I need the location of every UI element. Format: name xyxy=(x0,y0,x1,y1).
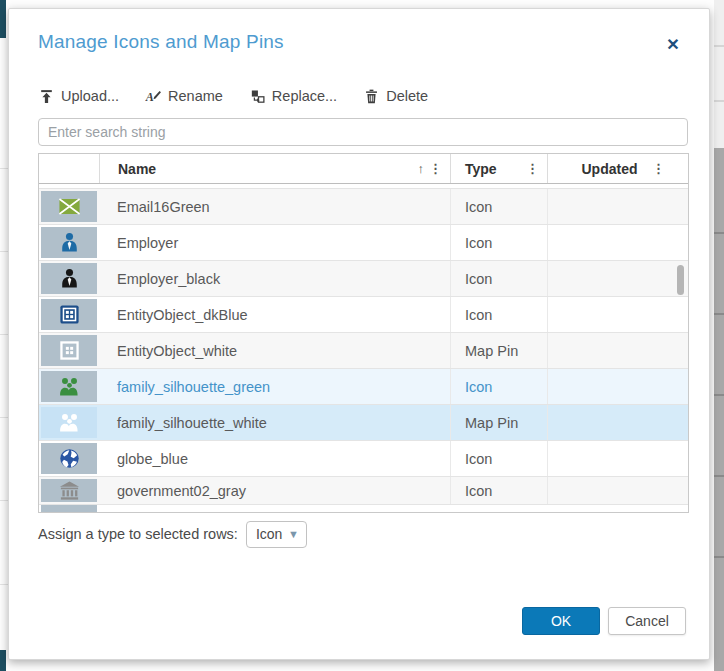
cancel-button[interactable]: Cancel xyxy=(608,607,686,635)
row-name: Email16Green xyxy=(99,189,450,224)
row-type: Icon xyxy=(450,261,547,296)
row-type: Icon xyxy=(450,225,547,260)
row-type: Icon xyxy=(450,441,547,476)
row-updated xyxy=(547,369,671,404)
row-updated xyxy=(547,477,671,504)
row-type: Icon xyxy=(450,369,547,404)
row-name: EntityObject_white xyxy=(99,333,450,368)
employer-black-icon xyxy=(41,263,97,294)
replace-icon xyxy=(249,88,266,105)
dialog-title: Manage Icons and Map Pins xyxy=(38,31,284,53)
row-type: Icon xyxy=(450,477,547,504)
upload-button[interactable]: Upload... xyxy=(38,85,119,107)
toolbar: Upload... A Rename Replace... Delete xyxy=(38,85,428,107)
type-column-header[interactable]: Type ⋮ xyxy=(450,154,547,183)
row-name: family_silhouette_green xyxy=(99,369,450,404)
close-icon[interactable]: ✕ xyxy=(663,35,683,55)
background-accent-top xyxy=(0,0,6,38)
table-row[interactable]: EntityObject_dkBlue Icon xyxy=(39,297,688,333)
table-row[interactable]: family_silhouette_white Map Pin xyxy=(39,405,688,441)
row-type: Map Pin xyxy=(450,333,547,368)
table-row[interactable]: globe_blue Icon xyxy=(39,441,688,477)
type-column-menu-icon[interactable]: ⋮ xyxy=(526,162,539,175)
rename-icon: A xyxy=(145,88,162,105)
svg-text:A: A xyxy=(145,90,154,104)
delete-button[interactable]: Delete xyxy=(363,85,428,107)
name-column-header[interactable]: Name ↑ ⋮ xyxy=(99,154,450,183)
table-body: Email16Green Icon Employer Icon Employer… xyxy=(39,184,688,513)
row-name: globe_blue xyxy=(99,441,450,476)
row-type: Map Pin xyxy=(450,405,547,440)
table-row[interactable]: Employer Icon xyxy=(39,225,688,261)
entity-object-dkblue-icon xyxy=(41,299,97,330)
table-row[interactable]: Employer_black Icon xyxy=(39,261,688,297)
chevron-down-icon: ▼ xyxy=(288,528,299,540)
replace-button[interactable]: Replace... xyxy=(249,85,337,107)
table-scrollbar[interactable] xyxy=(677,265,684,295)
assign-type-label: Assign a type to selected rows: xyxy=(38,526,238,542)
table-row[interactable]: Email16Green Icon xyxy=(39,189,688,225)
employer-blue-icon xyxy=(41,227,97,258)
table-header: Name ↑ ⋮ Type ⋮ Updated ⋮ xyxy=(39,154,688,184)
updated-column-menu-icon[interactable]: ⋮ xyxy=(652,162,665,175)
row-name: government02_gray xyxy=(99,477,450,504)
row-name: Employer xyxy=(99,225,450,260)
entity-object-white-icon xyxy=(41,335,97,366)
search-input[interactable] xyxy=(38,118,688,146)
type-select-value: Icon xyxy=(256,526,282,542)
row-updated xyxy=(547,225,671,260)
table-row[interactable]: family_silhouette_green Icon xyxy=(39,369,688,405)
government-gray-icon xyxy=(41,479,97,502)
table-row[interactable]: government02_gray Icon xyxy=(39,477,688,505)
globe-blue-icon xyxy=(41,443,97,474)
upload-icon xyxy=(38,88,55,105)
family-green-icon xyxy=(41,371,97,402)
row-name: family_silhouette_white xyxy=(99,405,450,440)
row-name: EntityObject_dkBlue xyxy=(99,297,450,332)
type-select-dropdown[interactable]: Icon ▼ xyxy=(246,521,307,548)
icons-table: Name ↑ ⋮ Type ⋮ Updated ⋮ Email16Green I… xyxy=(38,153,689,513)
row-name: Employer_black xyxy=(99,261,450,296)
manage-icons-dialog: Manage Icons and Map Pins ✕ Upload... A … xyxy=(8,8,710,660)
row-updated xyxy=(547,405,671,440)
email-green-icon xyxy=(41,191,97,222)
dialog-footer: OK Cancel xyxy=(522,607,686,635)
row-type: Icon xyxy=(450,297,547,332)
icon-column-header xyxy=(39,154,99,183)
row-type: Icon xyxy=(450,189,547,224)
table-row[interactable]: EntityObject_white Map Pin xyxy=(39,333,688,369)
background-accent-bottom xyxy=(0,650,6,671)
family-white-icon xyxy=(41,407,97,438)
partial-row-bottom xyxy=(39,505,688,513)
row-updated xyxy=(547,297,671,332)
sort-ascending-icon[interactable]: ↑ xyxy=(418,161,425,176)
rename-button[interactable]: A Rename xyxy=(145,85,223,107)
updated-column-header[interactable]: Updated ⋮ xyxy=(547,154,671,183)
ok-button[interactable]: OK xyxy=(522,607,600,635)
row-updated xyxy=(547,333,671,368)
row-updated xyxy=(547,441,671,476)
assign-type-row: Assign a type to selected rows: Icon ▼ xyxy=(38,520,307,548)
name-column-menu-icon[interactable]: ⋮ xyxy=(429,162,442,175)
delete-icon xyxy=(363,88,380,105)
row-updated xyxy=(547,189,671,224)
row-updated xyxy=(547,261,671,296)
